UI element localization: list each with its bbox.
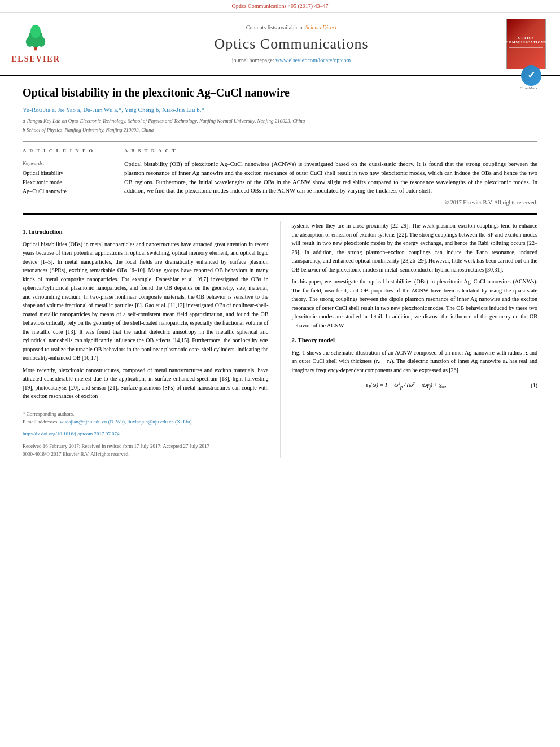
divider-1 [23, 141, 537, 142]
right-paragraph-1: systems when they are in close proximity… [292, 221, 538, 274]
right-body-column: systems when they are in close proximity… [292, 221, 538, 458]
equation-block: ε1(ω) = 1 − ω2p / (ω2 + iωγf) + χ∞, (1) [292, 380, 538, 391]
elsevier-text: ELSEVIER [11, 54, 60, 65]
svg-point-3 [37, 36, 46, 46]
article-info-heading: A R T I C L E I N F O [23, 147, 113, 157]
intro-paragraph-2: More recently, plexcitonic nanostructure… [23, 366, 269, 401]
body-columns: 1. Introduction Optical bistabilities (O… [23, 221, 537, 458]
citation-text: Optics Communications 405 (2017) 43–47 [231, 3, 328, 9]
citation-bar: Optics Communications 405 (2017) 43–47 [0, 0, 560, 13]
elsevier-tree-icon [21, 24, 50, 52]
publisher-logo-area: ELSEVIER [11, 19, 79, 69]
journal-cover-image: OPTICS COMMUNICATIONS [506, 19, 546, 69]
cover-decorative-lines [509, 47, 543, 52]
keyword-1: Optical bistability [23, 169, 113, 178]
equation-text: ε1(ω) = 1 − ω2p / (ω2 + iωγf) + χ∞, [366, 382, 447, 388]
right-paragraph-2: In this paper, we investigate the optica… [292, 277, 538, 330]
crossmark-label: CrossMark [520, 86, 537, 91]
svg-point-4 [30, 25, 41, 38]
sciencedirect-link[interactable]: ScienceDirect [305, 24, 337, 30]
email-addresses: wudajian@njnu.edu.cn (D. Wu), liuxiaojun… [60, 419, 193, 425]
article-content: Optical bistability in the plexcitonic A… [0, 76, 560, 467]
corresponding-note: * Corresponding authors. [23, 410, 269, 418]
left-body-column: 1. Introduction Optical bistabilities (O… [23, 221, 269, 458]
main-divider [23, 213, 537, 215]
received-text: Received 16 February 2017; Received in r… [23, 443, 269, 451]
abstract-panel: A B S T R A C T Optical bistability (OB)… [124, 147, 537, 207]
homepage-url[interactable]: www.elsevier.com/locate/optcom [275, 57, 351, 63]
keyword-3: Ag–CuCl nanowire [23, 187, 113, 196]
theory-section-title: 2. Theory model [292, 335, 538, 345]
contents-available-line: Contents lists available at ScienceDirec… [85, 24, 498, 32]
article-info-abstract-section: A R T I C L E I N F O Keywords: Optical … [23, 147, 537, 207]
elsevier-logo: ELSEVIER [11, 24, 60, 65]
column-divider [280, 221, 281, 458]
intro-section-title: 1. Introduction [23, 227, 269, 237]
footnotes: * Corresponding authors. E-mail addresse… [23, 407, 269, 426]
article-info-panel: A R T I C L E I N F O Keywords: Optical … [23, 147, 113, 207]
intro-paragraph-1: Optical bistabilities (OBs) in metal nan… [23, 240, 269, 362]
journal-cover-area: OPTICS COMMUNICATIONS [504, 19, 549, 69]
equation-content: ε1(ω) = 1 − ω2p / (ω2 + iωγf) + χ∞, [292, 380, 521, 391]
abstract-heading: A B S T R A C T [124, 147, 537, 157]
article-title: Optical bistability in the plexcitonic A… [23, 85, 514, 100]
issn-text: 0030-4018/© 2017 Elsevier B.V. All right… [23, 451, 269, 458]
journal-homepage: journal homepage: www.elsevier.com/locat… [85, 56, 498, 64]
cover-title-line2: COMMUNICATIONS [506, 41, 546, 45]
journal-info-center: Contents lists available at ScienceDirec… [85, 19, 498, 69]
email-note: E-mail addresses: wudajian@njnu.edu.cn (… [23, 418, 269, 426]
keywords-label: Keywords: [23, 160, 113, 167]
affiliation-a: a Jiangsu Key Lab on Opto-Electronic Tec… [23, 117, 514, 125]
svg-point-2 [26, 36, 34, 46]
equation-number: (1) [520, 381, 537, 390]
copyright-text: © 2017 Elsevier B.V. All rights reserved… [124, 199, 537, 207]
authors-line: Yu-Rou Jia a, Jie Yao a, Da-Jian Wu a,*,… [23, 106, 514, 114]
doi-link[interactable]: http://dx.doi.org/10.1016/j.optcom.2017.… [23, 430, 269, 438]
affiliation-b: b School of Physics, Nanjing University,… [23, 126, 514, 134]
abstract-text: Optical bistability (OB) of plexcitonic … [124, 160, 537, 195]
theory-paragraph: Fig. 1 shows the schematic illustration … [292, 348, 538, 375]
journal-header: ELSEVIER Contents lists available at Sci… [0, 13, 560, 76]
cover-title-line1: OPTICS [518, 36, 534, 41]
journal-title: Optics Communications [85, 34, 498, 54]
keyword-2: Plexcitonic mode [23, 178, 113, 187]
received-info: Received 16 February 2017; Received in r… [23, 440, 269, 458]
crossmark-badge: ✓ [521, 65, 541, 86]
